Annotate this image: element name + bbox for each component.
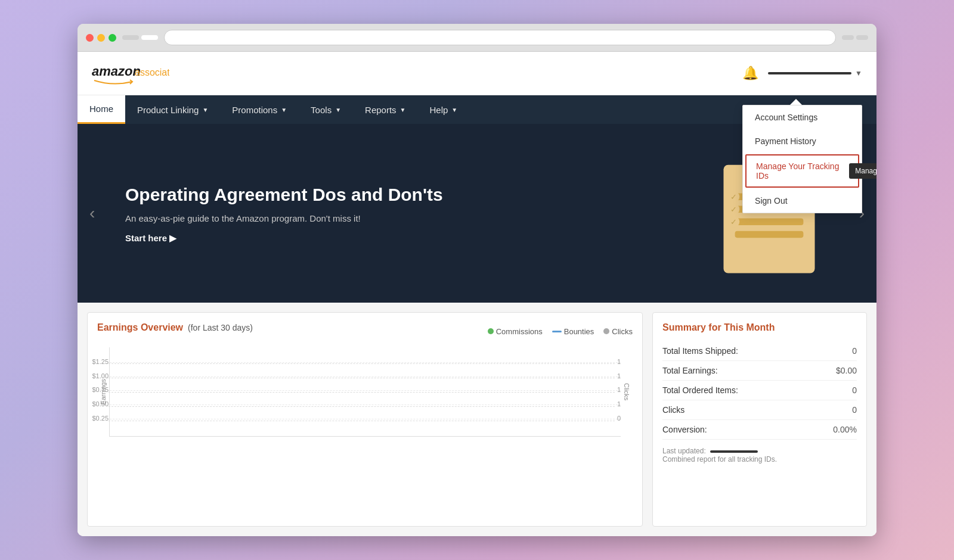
svg-rect-7 <box>735 219 804 225</box>
close-button[interactable] <box>86 34 94 42</box>
summary-row-clicks: Clicks 0 <box>662 400 857 420</box>
summary-value-total-earnings: $0.00 <box>836 366 857 375</box>
grid-right-label-1c: 1 <box>617 386 621 393</box>
nav-reports-label: Reports <box>365 105 397 115</box>
hero-subtitle: An easy-as-pie guide to the Amazon progr… <box>125 213 443 223</box>
summary-value-ordered-items: 0 <box>852 385 857 395</box>
grid-label-100: $1.00 <box>88 372 109 379</box>
bounties-dash <box>552 331 562 332</box>
summary-footer: Last updated: Combined report for all tr… <box>662 447 857 463</box>
logo-svg: amazon associates <box>92 60 169 86</box>
commissions-dot <box>488 328 494 334</box>
tracking-ids-tooltip: Manage Your Tracking IDs <box>849 163 876 179</box>
traffic-lights <box>86 34 116 42</box>
browser-tab[interactable] <box>122 35 139 40</box>
bottom-section: Earnings Overview (for Last 30 days) Com… <box>78 303 876 536</box>
summary-row-items-shipped: Total Items Shipped: 0 <box>662 341 857 361</box>
summary-footer-bar <box>710 450 758 453</box>
summary-card: Summary for This Month Total Items Shipp… <box>652 312 867 527</box>
browser-buttons <box>842 35 868 40</box>
address-bar[interactable] <box>164 30 836 45</box>
legend-commissions: Commissions <box>488 327 543 336</box>
maximize-button[interactable] <box>109 34 116 42</box>
logo: amazon associates <box>92 60 169 86</box>
earnings-card-title: Earnings Overview (for Last 30 days) <box>97 322 253 333</box>
account-button[interactable]: ▼ <box>768 69 862 77</box>
nav-item-promotions[interactable]: Promotions ▼ <box>220 95 299 124</box>
grid-label-050: $0.50 <box>88 400 109 407</box>
nav-tools-label: Tools <box>311 105 332 115</box>
nav-product-linking-chevron: ▼ <box>202 107 208 113</box>
legend-clicks-label: Clicks <box>612 327 633 336</box>
dropdown-arrow <box>790 99 802 105</box>
summary-label-total-earnings: Total Earnings: <box>662 366 718 375</box>
summary-label-clicks: Clicks <box>662 405 684 415</box>
browser-tab-active[interactable] <box>141 35 158 40</box>
grid-label-025: $0.25 <box>88 415 109 422</box>
dropdown-item-manage-tracking[interactable]: Manage Your Tracking IDs <box>745 154 859 188</box>
hero-prev-button[interactable]: ‹ <box>89 204 95 223</box>
legend-commissions-label: Commissions <box>496 327 543 336</box>
svg-text:✓: ✓ <box>730 205 737 214</box>
svg-text:✓: ✓ <box>730 192 737 201</box>
browser-chrome <box>78 24 876 52</box>
summary-value-clicks: 0 <box>852 405 857 415</box>
grid-right-label-1b: 1 <box>617 372 621 379</box>
svg-text:✓: ✓ <box>730 217 737 226</box>
grid-right-label-0: 0 <box>617 415 621 422</box>
browser-tabs <box>122 35 158 40</box>
svg-text:associates: associates <box>135 67 169 77</box>
nav-item-tools[interactable]: Tools ▼ <box>299 95 353 124</box>
clicks-dot <box>603 328 609 334</box>
summary-row-total-earnings: Total Earnings: $0.00 <box>662 361 857 381</box>
grid-right-label-1a: 1 <box>617 358 621 365</box>
browser-window: amazon associates 🔔 ▼ <box>78 24 876 536</box>
summary-card-title: Summary for This Month <box>662 322 857 333</box>
legend-bounties-label: Bounties <box>564 327 594 336</box>
svg-rect-8 <box>735 231 804 238</box>
nav-tools-chevron: ▼ <box>335 107 341 113</box>
legend-clicks: Clicks <box>603 327 633 336</box>
header: amazon associates 🔔 ▼ <box>78 52 876 95</box>
hero-cta-link[interactable]: Start here ▶ <box>125 233 443 244</box>
grid-right-label-1d: 1 <box>617 400 621 407</box>
summary-footer-text: Last updated: <box>662 447 706 455</box>
account-name-bar <box>768 72 851 74</box>
nav-item-product-linking[interactable]: Product Linking ▼ <box>125 95 220 124</box>
summary-footer-note: Combined report for all tracking IDs. <box>662 455 777 463</box>
dropdown-item-payment-history[interactable]: Payment History <box>743 129 862 153</box>
nav-product-linking-label: Product Linking <box>137 105 199 115</box>
nav-item-home[interactable]: Home <box>78 95 125 124</box>
nav-help-chevron: ▼ <box>451 107 457 113</box>
chart-y-label-clicks: Clicks <box>621 383 633 400</box>
bell-icon[interactable]: 🔔 <box>742 66 758 81</box>
nav-home-label: Home <box>89 104 113 114</box>
svg-text:amazon: amazon <box>92 64 141 79</box>
summary-label-conversion: Conversion: <box>662 425 707 434</box>
account-chevron-icon: ▼ <box>855 69 862 77</box>
nav-promotions-label: Promotions <box>232 105 277 115</box>
browser-btn-1[interactable] <box>842 35 854 40</box>
summary-label-ordered-items: Total Ordered Items: <box>662 385 738 395</box>
account-dropdown: Account Settings Payment History Manage … <box>742 99 862 213</box>
browser-btn-2[interactable] <box>856 35 868 40</box>
legend-bounties: Bounties <box>552 327 594 336</box>
earnings-card-subtitle: (for Last 30 days) <box>188 323 253 332</box>
hero-title: Operating Agreement Dos and Don'ts <box>125 183 443 206</box>
minimize-button[interactable] <box>97 34 105 42</box>
summary-value-items-shipped: 0 <box>852 346 857 356</box>
summary-label-items-shipped: Total Items Shipped: <box>662 346 738 356</box>
grid-label-075: $0.75 <box>88 386 109 393</box>
earnings-legend: Commissions Bounties Clicks <box>488 327 633 336</box>
nav-item-help[interactable]: Help ▼ <box>417 95 469 124</box>
dropdown-item-account-settings[interactable]: Account Settings <box>743 105 862 129</box>
summary-value-conversion: 0.00% <box>833 425 857 434</box>
nav-item-reports[interactable]: Reports ▼ <box>353 95 417 124</box>
dropdown-item-sign-out[interactable]: Sign Out <box>743 189 862 213</box>
chart-area: $1.25 1 $1.00 1 $0.75 1 <box>109 347 621 437</box>
summary-row-ordered-items: Total Ordered Items: 0 <box>662 381 857 400</box>
nav-promotions-chevron: ▼ <box>281 107 287 113</box>
hero-text: Operating Agreement Dos and Don'ts An ea… <box>125 183 443 244</box>
nav-help-label: Help <box>429 105 448 115</box>
dropdown-menu: Account Settings Payment History Manage … <box>742 105 862 213</box>
